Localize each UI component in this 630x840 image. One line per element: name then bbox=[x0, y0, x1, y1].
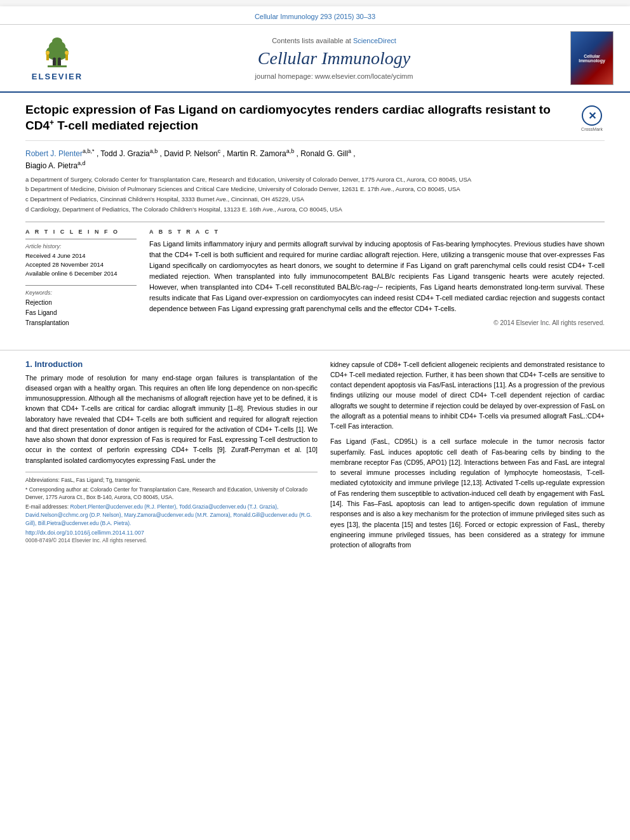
abbrev-note: Abbreviations: FasL, Fas Ligand; Tg, tra… bbox=[25, 476, 318, 484]
elsevier-wordmark: ELSEVIER bbox=[32, 72, 83, 81]
intro-para-right: kidney capsule of CD8+ T-cell deficient … bbox=[330, 359, 605, 432]
elsevier-tree-icon bbox=[38, 35, 76, 70]
svg-rect-9 bbox=[53, 60, 56, 65]
history-label: Article history: bbox=[25, 243, 137, 250]
journal-header: ELSEVIER Contents lists available at Sci… bbox=[0, 25, 630, 93]
author-3-sup: c bbox=[218, 148, 221, 154]
body-section: 1. Introduction The primary mode of reso… bbox=[0, 359, 630, 556]
top-bar: Cellular Immunology 293 (2015) 30–33 bbox=[0, 6, 630, 25]
author-5-sup: a bbox=[348, 148, 351, 154]
keyword-3: Transplantation bbox=[25, 318, 137, 328]
separator bbox=[0, 350, 630, 350]
keyword-1: Rejection bbox=[25, 298, 137, 308]
affil-d: d Cardiology, Department of Pediatrics, … bbox=[25, 205, 605, 214]
journal-homepage: journal homepage: www.elsevier.com/locat… bbox=[114, 72, 554, 80]
footnotes: Abbreviations: FasL, Fas Ligand; Tg, tra… bbox=[25, 472, 318, 544]
journal-title: Cellular Immunology bbox=[114, 48, 554, 69]
crossmark-circle: ✕ bbox=[582, 105, 602, 126]
author-2-sup: a,b bbox=[150, 148, 158, 154]
elsevier-logo-area: ELSEVIER bbox=[13, 35, 102, 81]
email-addresses: Robert.Plenter@ucdenver.edu (R.J. Plente… bbox=[25, 503, 312, 526]
abstract-heading: A B S T R A C T bbox=[149, 229, 605, 235]
article-info-abstract: A R T I C L E I N F O Article history: R… bbox=[25, 222, 605, 328]
affil-a: a Department of Surgery, Colorado Center… bbox=[25, 175, 605, 184]
author-5: , Ronald G. Gilla bbox=[297, 149, 351, 158]
svg-point-4 bbox=[52, 37, 62, 45]
article-info-box: Article history: Received 4 June 2014 Ac… bbox=[25, 239, 137, 279]
svg-point-8 bbox=[65, 51, 69, 55]
intro-para-right2: Fas Ligand (FasL, CD95L) is a cell surfa… bbox=[330, 436, 605, 550]
svg-rect-11 bbox=[58, 60, 61, 65]
article-info-heading: A R T I C L E I N F O bbox=[25, 229, 137, 235]
article-content: Ectopic expression of Fas Ligand on card… bbox=[0, 93, 630, 341]
crossmark-icon: ✕ bbox=[588, 110, 596, 122]
author-2: , Todd J. Graziaa,b bbox=[97, 149, 158, 158]
author-1-link[interactable]: Robert J. Plenter bbox=[25, 149, 83, 158]
article-title: Ectopic expression of Fas Ligand on card… bbox=[25, 102, 573, 134]
keyword-2: Fas Ligand bbox=[25, 308, 137, 318]
svg-rect-6 bbox=[65, 54, 68, 60]
journal-cover-image: CellularImmunology bbox=[570, 31, 613, 85]
doi-link[interactable]: http://dx.doi.org/10.1016/j.cellimm.2014… bbox=[25, 530, 318, 536]
authors-line: Robert J. Plentera,b,* , Todd J. Graziaa… bbox=[25, 147, 605, 171]
author-1-sup: a,b,* bbox=[83, 148, 95, 154]
article-title-section: Ectopic expression of Fas Ligand on card… bbox=[25, 102, 605, 141]
author-1: Robert J. Plentera,b,* bbox=[25, 149, 95, 158]
svg-rect-1 bbox=[48, 65, 67, 67]
author-4-sup: a,b bbox=[286, 148, 295, 154]
body-left: 1. Introduction The primary mode of reso… bbox=[25, 359, 318, 556]
article-info-column: A R T I C L E I N F O Article history: R… bbox=[25, 229, 137, 328]
svg-point-10 bbox=[53, 58, 56, 61]
journal-title-area: Contents lists available at ScienceDirec… bbox=[102, 37, 566, 80]
svg-point-12 bbox=[58, 58, 61, 61]
sciencedirect-line: Contents lists available at ScienceDirec… bbox=[114, 37, 554, 44]
cover-label: CellularImmunology bbox=[579, 54, 605, 63]
affil-c: c Department of Pediatrics, Cincinnati C… bbox=[25, 195, 605, 204]
crossmark-label: CrossMark bbox=[581, 127, 603, 131]
affil-b: b Department of Medicine, Division of Pu… bbox=[25, 185, 605, 194]
article-title-text: Ectopic expression of Fas Ligand on card… bbox=[25, 102, 573, 134]
elsevier-logo: ELSEVIER bbox=[32, 35, 83, 81]
intro-para1: The primary mode of resolution for many … bbox=[25, 373, 318, 465]
svg-rect-5 bbox=[46, 54, 49, 60]
email-note: E-mail addresses: Robert.Plenter@ucdenve… bbox=[25, 503, 318, 527]
affiliations: a Department of Surgery, Colorado Center… bbox=[25, 175, 605, 214]
sciencedirect-link[interactable]: ScienceDirect bbox=[353, 37, 396, 44]
svg-point-7 bbox=[46, 51, 50, 55]
introduction-heading: 1. Introduction bbox=[25, 359, 318, 369]
journal-cover-area: CellularImmunology bbox=[566, 31, 617, 85]
author-4: , Martin R. Zamoraa,b bbox=[223, 149, 295, 158]
keywords-label: Keywords: bbox=[25, 290, 137, 296]
author-3: , David P. Nelsonc bbox=[160, 149, 221, 158]
corresponding-note: * Corresponding author at: Colorado Cent… bbox=[25, 486, 318, 502]
journal-ref: Cellular Immunology 293 (2015) 30–33 bbox=[255, 13, 375, 20]
received-date: Received 4 June 2014 Accepted 28 Novembe… bbox=[25, 251, 137, 279]
body-right: kidney capsule of CD8+ T-cell deficient … bbox=[330, 359, 605, 556]
abstract-column: A B S T R A C T Fas Ligand limits inflam… bbox=[149, 229, 605, 328]
abstract-text: Fas Ligand limits inflammatory injury an… bbox=[149, 239, 605, 314]
crossmark-badge[interactable]: ✕ CrossMark bbox=[579, 105, 605, 131]
copyright-line: © 2014 Elsevier Inc. All rights reserved… bbox=[149, 319, 605, 326]
author-7: Biagio A. Pietraa,d bbox=[25, 161, 86, 170]
keywords-section: Keywords: Rejection Fas Ligand Transplan… bbox=[25, 285, 137, 328]
author-7-sup: a,d bbox=[77, 160, 86, 166]
issn-line: 0008-8749/© 2014 Elsevier Inc. All right… bbox=[25, 537, 318, 543]
